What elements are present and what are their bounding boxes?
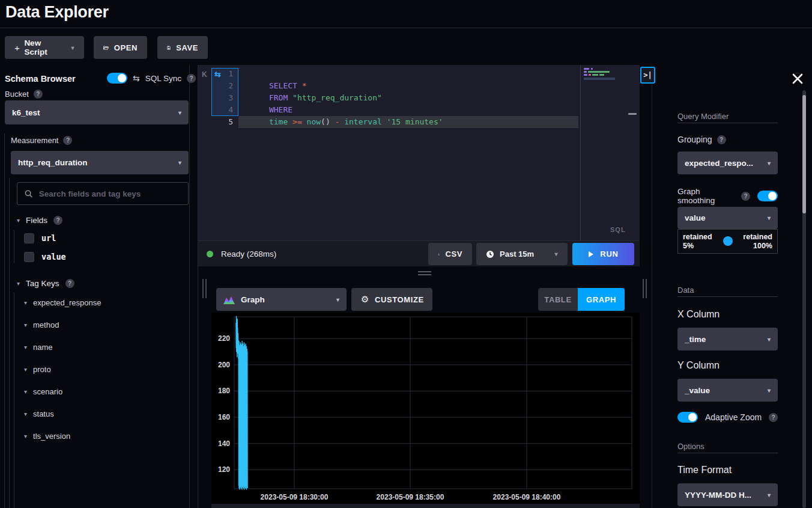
- view-type-dropdown[interactable]: Graph ▾: [216, 288, 347, 311]
- x-column-value: _time: [685, 335, 706, 344]
- adaptive-zoom-label: Adaptive Zoom: [705, 412, 762, 422]
- sql-punctuation: (): [321, 117, 335, 126]
- new-script-label-group: + New Script: [14, 38, 65, 57]
- measurement-help-icon[interactable]: ?: [63, 136, 72, 145]
- panel-scrollbar-thumb[interactable]: [802, 95, 806, 213]
- chevron-down-icon: ▾: [768, 215, 771, 221]
- time-format-dropdown[interactable]: YYYY-MM-DD H... ▾: [677, 483, 778, 506]
- graph-smoothing-row: Graph smoothing ?: [677, 187, 778, 205]
- measurement-dropdown[interactable]: http_req_duration ▾: [11, 151, 189, 174]
- section-divider: [677, 123, 778, 123]
- tag-key-label: tls_version: [33, 432, 70, 441]
- new-script-button[interactable]: + New Script ▾: [5, 36, 84, 59]
- customize-button[interactable]: ⚙ CUSTOMIZE: [351, 288, 432, 311]
- csv-download-button[interactable]: CSV: [428, 243, 472, 265]
- save-button[interactable]: SAVE: [157, 36, 208, 59]
- left-splitter-handle[interactable]: [202, 279, 207, 298]
- chevron-down-icon: ▾: [24, 299, 27, 306]
- tag-key-item[interactable]: ▾ proto: [24, 363, 51, 376]
- time-range-dropdown[interactable]: Past 15m ▾: [476, 243, 568, 265]
- clock-icon: [486, 250, 494, 259]
- right-splitter-handle[interactable]: [643, 279, 647, 298]
- collapse-panel-button[interactable]: >|: [640, 67, 655, 84]
- fields-help-icon[interactable]: ?: [53, 216, 62, 225]
- tag-key-item[interactable]: ▾ status: [24, 407, 54, 420]
- sql-identifier: time: [269, 117, 292, 126]
- smoothing-column-dropdown[interactable]: value ▾: [677, 207, 778, 229]
- line-number: 1: [211, 68, 233, 80]
- minimap-scroll-indicator[interactable]: [628, 113, 637, 115]
- gear-icon: ⚙: [361, 294, 369, 305]
- tag-key-item[interactable]: ▾ name: [24, 340, 53, 353]
- y-column-dropdown[interactable]: _value ▾: [677, 379, 778, 402]
- area-chart-icon: [223, 295, 235, 304]
- chevron-down-icon: ▾: [17, 217, 20, 224]
- adaptive-zoom-toggle[interactable]: [677, 412, 698, 423]
- status-text: Ready (268ms): [221, 249, 276, 259]
- grouping-value: expected_respo...: [685, 159, 753, 168]
- tag-key-label: expected_response: [33, 298, 101, 307]
- adaptive-zoom-help-icon[interactable]: ?: [769, 413, 778, 422]
- field-checkbox-url[interactable]: [24, 233, 34, 243]
- time-range-label-group: Past 15m: [486, 249, 534, 259]
- tag-keys-group-label: Tag Keys: [26, 279, 59, 288]
- graph-smoothing-help-icon[interactable]: ?: [741, 192, 750, 201]
- sql-string: '15 minutes': [387, 117, 443, 126]
- chevron-down-icon: ▾: [24, 411, 27, 417]
- close-panel-button[interactable]: [789, 70, 806, 87]
- search-input[interactable]: [39, 189, 181, 198]
- line-number: 2: [211, 80, 233, 92]
- sql-sync-toggle[interactable]: [107, 73, 127, 84]
- tag-key-item[interactable]: ▾ expected_response: [24, 296, 102, 309]
- svg-text:160: 160: [218, 413, 230, 421]
- retained-max: retained 100%: [743, 233, 772, 251]
- data-section-label: Data: [677, 286, 694, 295]
- svg-text:220: 220: [218, 334, 230, 343]
- schema-browser-title: Schema Browser: [5, 74, 76, 84]
- field-label: value: [41, 252, 66, 262]
- tree-guide: [9, 178, 10, 508]
- section-divider: [677, 296, 778, 297]
- floppy-icon: [167, 44, 171, 52]
- page-header: Data Explorer: [0, 0, 812, 28]
- tag-keys-help-icon[interactable]: ?: [65, 279, 74, 288]
- graph-smoothing-toggle[interactable]: [757, 191, 778, 201]
- tag-key-label: proto: [33, 365, 51, 374]
- run-button[interactable]: RUN: [572, 243, 634, 265]
- tag-key-item[interactable]: ▾ scenario: [24, 385, 62, 398]
- page-title: Data Explorer: [5, 3, 109, 22]
- tag-key-item[interactable]: ▾ method: [24, 318, 59, 331]
- tag-keys-group-header[interactable]: ▾ Tag Keys ?: [17, 277, 74, 290]
- sql-editor[interactable]: K ⇆ 1 2 3 4 5 SELECT * FROM "http_req_du…: [198, 65, 640, 240]
- chevron-down-icon: ▾: [768, 336, 771, 343]
- open-button[interactable]: OPEN: [94, 36, 147, 59]
- tab-table[interactable]: TABLE: [538, 288, 578, 311]
- bucket-dropdown[interactable]: k6_test ▾: [5, 100, 189, 124]
- slider-handle[interactable]: [723, 236, 733, 246]
- chevron-down-icon: ▾: [24, 366, 27, 373]
- sql-sync-help-icon[interactable]: ?: [187, 74, 196, 83]
- close-icon: [792, 73, 804, 85]
- new-script-label: New Script: [24, 38, 65, 57]
- panel-scrollbar[interactable]: [802, 90, 806, 508]
- field-checkbox-value[interactable]: [24, 252, 34, 262]
- results-view-tabs: TABLE GRAPH: [538, 288, 625, 311]
- bucket-help-icon[interactable]: ?: [34, 90, 43, 99]
- grouping-dropdown[interactable]: expected_respo... ▾: [677, 151, 778, 174]
- grouping-help-icon[interactable]: ?: [717, 135, 726, 144]
- chevron-down-icon: ▾: [24, 388, 27, 395]
- measurement-label: Measurement: [11, 136, 58, 145]
- smoothing-column-value: value: [685, 213, 706, 222]
- result-graph[interactable]: 1201401601802002202023-05-09 18:30:00202…: [211, 313, 640, 504]
- retained-percentage-slider[interactable]: retained 5% retained 100%: [677, 229, 778, 254]
- tab-graph[interactable]: GRAPH: [578, 288, 625, 311]
- fields-group-header[interactable]: ▾ Fields ?: [17, 213, 62, 227]
- sql-operator: -: [335, 117, 345, 126]
- horizontal-splitter-handle[interactable]: [418, 271, 431, 276]
- chevron-down-icon: ▾: [24, 344, 27, 350]
- schema-search: [17, 182, 189, 205]
- chevron-down-icon: ▾: [178, 159, 181, 166]
- x-column-dropdown[interactable]: _time ▾: [677, 328, 778, 350]
- field-item-value: value: [24, 250, 66, 263]
- tag-key-item[interactable]: ▾ tls_version: [24, 429, 70, 442]
